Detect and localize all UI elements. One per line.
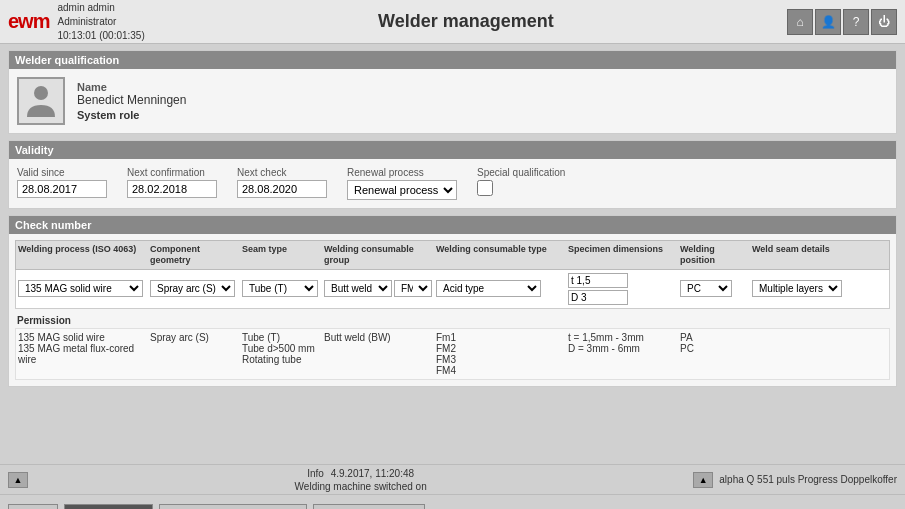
welding-position-cell: PC	[680, 280, 750, 297]
welder-qualification-section: Welder qualification Name Benedict Menni…	[8, 50, 897, 134]
col-welding-position: Welding position	[680, 244, 750, 266]
renewal-process-select[interactable]: Renewal process a	[347, 180, 457, 200]
perm-empty	[834, 332, 887, 376]
weld-consumable-group-val-select[interactable]: FM4	[394, 280, 432, 297]
home-icon[interactable]: ⌂	[787, 9, 813, 35]
validity-header: Validity	[9, 141, 896, 159]
perm-specimen: t = 1,5mm - 3mm D = 3mm - 6mm	[568, 332, 678, 376]
perm-seam: Tube (T) Tube d>500 mm Rotating tube	[242, 332, 322, 376]
special-qual-checkbox[interactable]	[477, 180, 493, 196]
user-info: admin admin Administrator 10:13:01 (00:0…	[57, 1, 144, 43]
save-welder-button[interactable]: Save welder qualification	[159, 504, 307, 510]
main-content: Welder qualification Name Benedict Menni…	[0, 44, 905, 464]
perm-position: PA PC	[680, 332, 750, 376]
weld-seam-details-select[interactable]: Multiple layers	[752, 280, 842, 297]
welding-process-select[interactable]: 135 MAG solid wire	[18, 280, 143, 297]
col-component-geometry: Component geometry	[150, 244, 240, 266]
ewm-logo: ewm	[8, 10, 49, 33]
person-icon	[23, 83, 59, 119]
bottom-status-bar: ▲ Info 4.9.2017, 11:20:48 Welding machin…	[0, 464, 905, 494]
component-geometry-select[interactable]: Spray arc (S)	[150, 280, 235, 297]
logout-icon[interactable]: ⏻	[871, 9, 897, 35]
footer: Back Show welder Save welder qualificati…	[0, 494, 905, 509]
permission-label: Permission	[15, 313, 890, 328]
info-message: Welding machine switched on	[295, 481, 427, 492]
check-number-header: Check number	[9, 216, 896, 234]
col-weld-seam-details: Weld seam details	[752, 244, 832, 266]
name-value: Benedict Menningen	[77, 93, 186, 107]
weld-consumable-group-cell: Butt weld (B FM4	[324, 280, 434, 297]
welder-info: Name Benedict Menningen System role	[77, 81, 186, 121]
name-label: Name	[77, 81, 186, 93]
next-confirmation-field: Next confirmation	[127, 167, 217, 198]
col-empty	[834, 244, 887, 266]
svg-point-0	[34, 86, 48, 100]
seam-type-select[interactable]: Tube (T)	[242, 280, 318, 297]
table-input-row: 135 MAG solid wire Spray arc (S) Tube (T…	[15, 270, 890, 309]
renewal-process-field: Renewal process Renewal process a	[347, 167, 457, 200]
user-role: Administrator	[57, 15, 144, 29]
page-title: Welder management	[378, 11, 554, 32]
permission-row-0: 135 MAG solid wire 135 MAG metal flux-co…	[15, 328, 890, 380]
col-welding-process: Welding process (ISO 4063)	[18, 244, 148, 266]
welder-qualification-header: Welder qualification	[9, 51, 896, 69]
welding-position-select[interactable]: PC	[680, 280, 732, 297]
col-weld-consumable-type: Welding consumable type	[436, 244, 566, 266]
perm-weld-group: Butt weld (BW)	[324, 332, 434, 376]
seam-type-cell: Tube (T)	[242, 280, 322, 297]
top-bar-left: ewm admin admin Administrator 10:13:01 (…	[8, 1, 145, 43]
help-icon[interactable]: ?	[843, 9, 869, 35]
specimen-d-input[interactable]	[568, 290, 628, 305]
col-weld-consumable-group: Welding consumable group	[324, 244, 434, 266]
component-geometry-cell: Spray arc (S)	[150, 280, 240, 297]
special-qual-label: Special qualification	[477, 167, 565, 178]
welder-body: Name Benedict Menningen System role	[9, 69, 896, 133]
next-check-label: Next check	[237, 167, 327, 178]
weld-seam-details-cell: Multiple layers	[752, 280, 832, 297]
info-text: Info 4.9.2017, 11:20:48 Welding machine …	[295, 467, 427, 493]
permission-section: Permission 135 MAG solid wire 135 MAG me…	[15, 313, 890, 380]
validity-section: Validity Valid since Next confirmation N…	[8, 140, 897, 209]
scroll-up-btn[interactable]: ▲	[8, 472, 28, 488]
next-check-field: Next check	[237, 167, 327, 198]
weld-consumable-type-select[interactable]: Acid type	[436, 280, 541, 297]
upload-document-button[interactable]: Upload document	[313, 504, 425, 510]
info-label: Info	[307, 468, 324, 479]
perm-details	[752, 332, 832, 376]
valid-since-label: Valid since	[17, 167, 107, 178]
role-label: System role	[77, 109, 186, 121]
user-time: 10:13:01 (00:01:35)	[57, 29, 144, 43]
col-specimen-dimensions: Specimen dimensions	[568, 244, 678, 266]
perm-consumable: Fm1 FM2 FM3 FM4	[436, 332, 566, 376]
users-icon[interactable]: 👤	[815, 9, 841, 35]
device-text: alpha Q 551 puls Progress Doppelkoffer	[719, 474, 897, 485]
weld-consumable-group-select[interactable]: Butt weld (B	[324, 280, 392, 297]
user-name: admin admin	[57, 1, 144, 15]
perm-geometry: Spray arc (S)	[150, 332, 240, 376]
valid-since-field: Valid since	[17, 167, 107, 198]
top-icons: ⌂ 👤 ? ⏻	[787, 9, 897, 35]
valid-since-input[interactable]	[17, 180, 107, 198]
show-welder-button[interactable]: Show welder	[64, 504, 153, 510]
specimen-dimensions-cell	[568, 273, 678, 305]
next-confirmation-input[interactable]	[127, 180, 217, 198]
renewal-process-label: Renewal process	[347, 167, 457, 178]
back-button[interactable]: Back	[8, 504, 58, 510]
welder-avatar	[17, 77, 65, 125]
weld-consumable-type-cell: Acid type	[436, 280, 566, 297]
table-header-row: Welding process (ISO 4063) Component geo…	[15, 240, 890, 270]
info-datetime: 4.9.2017, 11:20:48	[331, 468, 414, 479]
specimen-t-input[interactable]	[568, 273, 628, 288]
perm-process: 135 MAG solid wire 135 MAG metal flux-co…	[18, 332, 148, 376]
next-confirmation-label: Next confirmation	[127, 167, 217, 178]
welding-process-cell: 135 MAG solid wire	[18, 280, 148, 297]
top-bar: ewm admin admin Administrator 10:13:01 (…	[0, 0, 905, 44]
scroll-device-btn[interactable]: ▲	[693, 472, 713, 488]
check-number-section: Check number Welding process (ISO 4063) …	[8, 215, 897, 387]
validity-body: Valid since Next confirmation Next check…	[9, 159, 896, 208]
check-table-area: Welding process (ISO 4063) Component geo…	[9, 234, 896, 386]
col-seam-type: Seam type	[242, 244, 322, 266]
special-qualification-field: Special qualification	[477, 167, 565, 196]
next-check-input[interactable]	[237, 180, 327, 198]
